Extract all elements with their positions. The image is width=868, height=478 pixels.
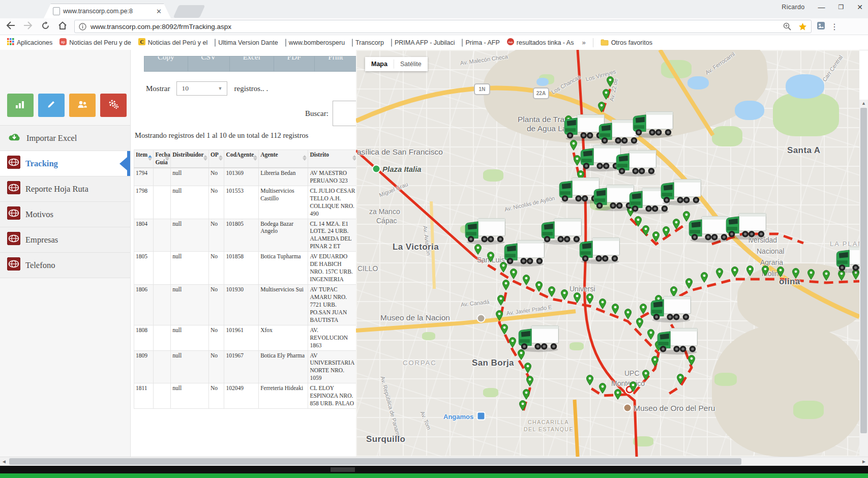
address-bar[interactable]: www.transcorp.com.pe:8092/frmTracking.as… (74, 20, 812, 33)
vertical-scrollbar[interactable]: ▲ ▼ (859, 100, 868, 478)
vertical-scroll-thumb[interactable] (860, 108, 867, 433)
other-bookmarks-folder[interactable]: Otros favoritos (601, 39, 652, 46)
truck-marker[interactable] (835, 245, 859, 276)
location-pin-marker[interactable] (574, 292, 581, 305)
table-row[interactable]: 1806nullNo101930Multiservicios SuiAV TUP… (134, 285, 356, 325)
scroll-left-icon[interactable]: ◄ (0, 457, 8, 466)
location-pin-marker[interactable] (636, 318, 644, 331)
location-pin-marker[interactable] (487, 252, 495, 264)
map-type-mapa-button[interactable]: Mapa (365, 61, 394, 68)
bookmarks-overflow-icon[interactable]: » (582, 39, 585, 46)
location-pin-marker[interactable] (663, 226, 670, 239)
home-icon[interactable] (56, 21, 69, 32)
location-pin-marker[interactable] (496, 310, 503, 323)
table-row[interactable]: 1811nullNo102049Ferreteria HideakiCL ELO… (134, 383, 356, 409)
export-csv-button[interactable]: CSV (188, 56, 230, 72)
location-pin-marker[interactable] (524, 363, 532, 375)
bookmark-item[interactable]: CNoticias del Perú y el (138, 38, 207, 47)
bookmark-item[interactable]: apNoticias del Peru y de (59, 38, 131, 47)
column-header-fecha-gu-a[interactable]: Fecha Guía (154, 150, 171, 168)
page-size-select[interactable]: 10 ▼ (176, 81, 227, 96)
bookmark-item[interactable]: PRIMA AFP - Jubilaci (391, 39, 455, 46)
location-pin-marker[interactable] (823, 270, 830, 283)
export-excel-button[interactable]: Excel (230, 56, 274, 72)
bookmark-item[interactable]: Ultima Version Dante (215, 39, 278, 46)
location-pin-marker[interactable] (630, 381, 637, 394)
forward-icon[interactable] (21, 21, 35, 32)
bookmark-star-icon[interactable] (798, 22, 807, 31)
search-input[interactable] (333, 101, 356, 126)
location-pin-marker[interactable] (502, 280, 510, 292)
table-row[interactable]: 1804nullNo101805Bodega Bazar AngeloCL 14… (134, 219, 356, 252)
location-pin-marker[interactable] (731, 266, 739, 279)
table-row[interactable]: 1794nullNo101369Libreria BedanAV MAESTRO… (134, 168, 356, 186)
pencil-button[interactable] (38, 94, 65, 117)
bookmark-item[interactable]: Aplicaciones (7, 38, 52, 47)
maximize-button[interactable]: ❐ (839, 4, 844, 11)
truck-marker[interactable] (725, 211, 768, 243)
location-pin-marker[interactable] (561, 289, 568, 302)
location-pin-marker[interactable] (652, 231, 660, 244)
location-pin-marker[interactable] (586, 375, 594, 387)
location-pin-marker[interactable] (624, 309, 632, 321)
tracking-map[interactable]: Av. Malecón ChecaAv. FerrocarrilCarr Cen… (356, 50, 859, 457)
location-pin-marker[interactable] (535, 281, 543, 294)
reload-icon[interactable] (39, 21, 52, 32)
export-print-button[interactable]: Print (315, 56, 356, 72)
truck-marker[interactable] (632, 109, 675, 141)
table-row[interactable]: 1798nullNo101553Multiservicios CastilloC… (134, 186, 356, 219)
location-pin-marker[interactable] (509, 337, 517, 350)
location-pin-marker[interactable] (635, 216, 642, 229)
column-header-agente[interactable]: Agente (259, 150, 308, 168)
location-pin-marker[interactable] (586, 293, 594, 306)
export-copy-button[interactable]: Copy (144, 56, 188, 72)
sidebar-item-motivos[interactable]: Motivos (0, 201, 130, 227)
column-header-item[interactable]: Item (134, 150, 154, 168)
minimize-button[interactable]: — (818, 3, 825, 11)
truck-marker[interactable] (615, 148, 659, 180)
location-pin-marker[interactable] (807, 269, 815, 282)
location-pin-marker[interactable] (716, 268, 724, 281)
chart-button[interactable] (7, 94, 34, 117)
map-type-satelite-button[interactable]: Satélite (394, 61, 428, 68)
location-pin-marker[interactable] (640, 304, 647, 316)
table-row[interactable]: 1805nullNo101858Botica TupharmaAV EDUARD… (134, 252, 356, 285)
truck-marker[interactable] (656, 326, 700, 357)
location-pin-marker[interactable] (792, 268, 800, 281)
truck-marker[interactable] (540, 216, 584, 248)
sidebar-item-tracking[interactable]: Tracking (0, 151, 130, 176)
table-row[interactable]: 1808nullNo101961XfoxAV. REVOLUCION 1863C… (134, 325, 356, 350)
info-icon[interactable] (79, 23, 86, 31)
sidebar-item-telefono[interactable]: Telefono (0, 252, 130, 278)
location-pin-marker[interactable] (614, 389, 622, 402)
truck-marker[interactable] (464, 216, 507, 248)
scroll-right-icon[interactable]: ► (860, 457, 868, 466)
location-pin-marker[interactable] (519, 400, 527, 413)
location-pin-marker[interactable] (651, 356, 659, 369)
location-pin-marker[interactable] (642, 225, 650, 238)
new-tab-button[interactable] (173, 5, 205, 18)
location-pin-marker[interactable] (599, 298, 607, 311)
sidebar-item-importar-excel[interactable]: Importar Excel (0, 125, 130, 151)
location-pin-marker[interactable] (685, 278, 693, 291)
location-pin-marker[interactable] (677, 374, 684, 386)
extension-icon[interactable] (817, 21, 825, 32)
location-pin-marker[interactable] (603, 89, 610, 102)
horizontal-scrollbar[interactable]: ◄ ► (0, 457, 868, 466)
bookmark-item[interactable]: Transcorp (352, 39, 384, 46)
back-icon[interactable] (4, 21, 17, 32)
truck-marker[interactable] (660, 177, 703, 208)
truck-marker[interactable] (649, 294, 693, 325)
bookmark-item[interactable]: Askresultados tinka - As (507, 38, 574, 47)
profile-name[interactable]: Ricardo (782, 4, 804, 11)
horizontal-scroll-thumb[interactable] (9, 458, 741, 465)
users-button[interactable] (69, 94, 96, 117)
truck-marker[interactable] (517, 323, 561, 355)
location-pin-marker[interactable] (647, 329, 655, 342)
chrome-menu-icon[interactable]: ⋮ (830, 22, 839, 32)
gears-button[interactable] (100, 94, 127, 117)
location-pin-marker[interactable] (746, 265, 754, 278)
location-pin-marker[interactable] (501, 324, 508, 337)
sidebar-item-empresas[interactable]: Empresas (0, 227, 130, 252)
column-header-distrito[interactable]: Distrito (308, 150, 356, 168)
